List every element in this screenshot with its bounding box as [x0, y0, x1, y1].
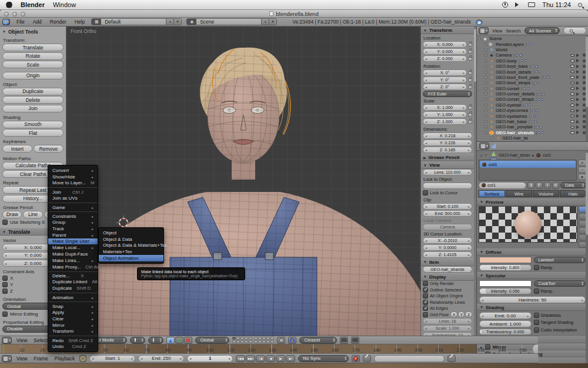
material-datablock-field[interactable]: col1 — [479, 182, 526, 189]
outliner-row[interactable]: Scene — [478, 36, 587, 41]
display-checkbox[interactable] — [423, 306, 428, 311]
file-menu[interactable]: File — [15, 19, 26, 25]
display-icon[interactable] — [528, 2, 535, 7]
outliner-row[interactable]: GEO-corset_details — [478, 91, 587, 97]
layer-cell[interactable] — [262, 340, 266, 343]
outliner-row[interactable]: GEO-eyecornea — [478, 108, 587, 113]
context-menu-item[interactable]: Make Local... ▸ — [48, 244, 98, 251]
window-titlebar[interactable]: blenderella.blend — [0, 10, 588, 18]
render-menu[interactable]: Render — [48, 19, 68, 25]
hide-toggle-icon[interactable] — [570, 98, 574, 101]
specular-color-swatch[interactable] — [479, 280, 532, 287]
pivot-dropdown[interactable] — [148, 337, 163, 344]
expand-dot-icon[interactable] — [485, 76, 487, 79]
grease-pencil-panel-title[interactable]: Grease Pencil — [429, 155, 460, 160]
axis-checkbox[interactable] — [2, 289, 8, 294]
material-slot-list[interactable]: col1 — [479, 160, 577, 181]
outliner-row[interactable]: GEO-corset_straps — [478, 97, 587, 102]
context-menu-item[interactable]: Track ▸ — [48, 226, 98, 232]
location-field[interactable]: X: 0.000 — [423, 41, 467, 48]
lock-icon[interactable] — [468, 71, 472, 75]
slot-specials-button[interactable]: ▾ — [578, 174, 586, 180]
viewport-shading-dropdown[interactable] — [130, 337, 145, 344]
users-count-button[interactable]: 9 — [527, 182, 534, 189]
properties-tab[interactable] — [490, 142, 497, 150]
hide-toggle-icon[interactable] — [570, 59, 574, 62]
current-frame-field[interactable]: 1 — [187, 355, 233, 362]
lock-icon[interactable] — [468, 85, 472, 89]
emit-field[interactable]: Emit: 0.00 — [479, 312, 532, 319]
playback-button[interactable]: ▶| — [286, 355, 295, 362]
outliner-row[interactable]: Camera — [478, 52, 587, 58]
material-type-button[interactable]: Halo — [560, 190, 586, 197]
add-scene-button[interactable]: + — [261, 19, 269, 25]
submenu-item[interactable]: Object Animation — [99, 255, 163, 261]
scene-selector[interactable]: ◉ Scene + ✕ — [186, 18, 277, 25]
timeline-view-menu[interactable]: View — [15, 356, 29, 362]
diffuse-ramp-checkbox[interactable] — [534, 265, 539, 270]
layer-cell[interactable] — [249, 337, 252, 340]
expand-dot-icon[interactable] — [485, 120, 487, 123]
specular-shader-dropdown[interactable]: CookTorr — [534, 280, 586, 287]
lock-to-object-field[interactable] — [423, 183, 472, 189]
snap-toggle-button[interactable] — [288, 337, 296, 344]
end-frame-field[interactable]: End: 250 — [138, 355, 184, 362]
axis-checkbox[interactable] — [2, 282, 8, 287]
translate-manipulator-button[interactable] — [166, 337, 175, 344]
selectable-toggle-icon[interactable] — [576, 125, 581, 129]
outliner-row[interactable]: GEO-eyeball — [478, 102, 587, 108]
playback-button[interactable]: ▶▶| — [246, 355, 255, 362]
rotation-mode-dropdown[interactable]: XYZ Euler — [423, 91, 472, 97]
hide-toggle-icon[interactable] — [570, 110, 574, 112]
hide-toggle-icon[interactable] — [570, 104, 574, 107]
expand-dot-icon[interactable] — [491, 137, 494, 140]
tool-button[interactable]: Flat — [2, 129, 64, 137]
local-camera-field[interactable]: Camera — [423, 224, 472, 230]
new-material-button[interactable]: + — [544, 182, 551, 189]
playback-button[interactable]: |◀ — [256, 355, 265, 362]
expand-dot-icon[interactable] — [485, 92, 487, 95]
tool-button[interactable]: Rotate — [2, 52, 64, 60]
lock-icon[interactable] — [468, 43, 472, 47]
sync-dropdown[interactable]: No Sync — [298, 355, 349, 362]
rotation-field[interactable]: Y: 0° — [423, 77, 467, 83]
item-name-field[interactable]: GEO-hair_strands — [423, 266, 472, 273]
visibility-toggles[interactable] — [570, 75, 587, 79]
context-menu-item[interactable]: Convert ▸ — [48, 167, 98, 174]
submenu-item[interactable]: Materials+Tex — [99, 248, 163, 255]
dimension-field[interactable]: Z: 0.185 — [423, 147, 472, 153]
outliner-row[interactable]: RenderLayers — [478, 41, 587, 47]
timeline-playback-menu[interactable]: Playback — [53, 356, 77, 362]
outliner-row[interactable]: World — [478, 47, 587, 52]
outliner-row[interactable]: GEO-hair_strands — [478, 130, 587, 135]
add-menu[interactable]: Add — [31, 19, 44, 25]
editor-type-icon[interactable] — [2, 337, 12, 344]
context-menu-item[interactable]: Make Links... ▸ — [48, 257, 98, 264]
tool-button[interactable]: Smooth — [2, 121, 64, 128]
outliner-row[interactable]: GEO-hair_tie — [478, 135, 587, 141]
submenu-item[interactable]: Object & Data & Materials+Tex — [99, 243, 163, 249]
display-checkbox[interactable] — [423, 281, 428, 286]
outliner-row[interactable]: GEO-boot_details — [478, 69, 587, 74]
context-menu-item[interactable]: Redo Shift Cmd Z — [48, 336, 98, 343]
shading-checkbox[interactable] — [534, 327, 539, 333]
tool-button[interactable]: Insert — [2, 145, 32, 152]
selectable-toggle-icon[interactable] — [576, 65, 581, 68]
hide-toggle-icon[interactable] — [570, 92, 574, 95]
expand-dot-icon[interactable] — [485, 54, 487, 57]
lock-icon[interactable] — [468, 106, 472, 110]
outliner-row[interactable]: GEO-hair_ponytail — [478, 124, 587, 130]
display-checkbox[interactable] — [423, 300, 428, 305]
material-slot-selected[interactable]: col1 — [480, 161, 576, 168]
pin-icon[interactable]: ◇ — [480, 153, 483, 157]
tool-button[interactable]: Draw — [2, 211, 22, 218]
lock-to-cursor-checkbox[interactable] — [423, 190, 428, 195]
context-menu-item[interactable]: Constraints ▸ — [48, 211, 98, 219]
axis-checkbox[interactable] — [2, 276, 8, 281]
selectable-toggle-icon[interactable] — [576, 103, 581, 107]
hide-toggle-icon[interactable] — [570, 131, 574, 134]
selectable-toggle-icon[interactable] — [576, 92, 581, 96]
selectable-toggle-icon[interactable] — [576, 59, 581, 62]
spotlight-icon[interactable] — [578, 3, 582, 7]
layer-cell[interactable] — [236, 337, 240, 340]
